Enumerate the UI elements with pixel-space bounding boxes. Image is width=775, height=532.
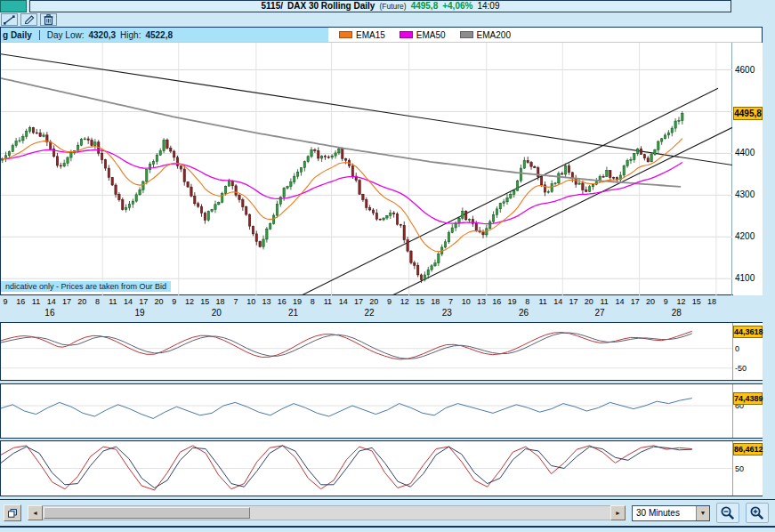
price-tick: 4600	[735, 65, 755, 75]
price-axis: 4495,8 46004400430042004100	[733, 43, 763, 295]
zoom-out-button[interactable]	[716, 503, 739, 523]
time-tick: 11	[600, 297, 608, 306]
time-tick: 9	[664, 297, 668, 306]
drawing-toolbar	[1, 13, 57, 26]
pencil-tool-button[interactable]	[20, 13, 37, 26]
window-icon	[8, 509, 17, 518]
disclaimer-note: ndicative only - Prices are taken from O…	[1, 281, 171, 292]
indicator-tick: 50	[735, 464, 744, 473]
bottom-toolbar: ◄ ► 30 Minutes ▼	[0, 499, 775, 528]
time-tick: 8	[525, 297, 529, 306]
time-tick: 9	[387, 297, 392, 306]
ema-legend: EMA15 EMA50 EMA200	[328, 28, 511, 42]
time-tick: 8	[95, 297, 100, 306]
day-high-label: High:	[120, 30, 141, 40]
instrument-name: DAX 30 Rolling Daily	[287, 2, 375, 11]
time-tick: 10	[246, 297, 255, 306]
down-caret: ▼	[700, 510, 706, 516]
time-tick: 17	[139, 297, 148, 306]
day-high-value: 4522,8	[145, 30, 173, 40]
date-label: 28	[672, 308, 682, 318]
price-tick: 4200	[735, 231, 755, 241]
price-plot-area[interactable]: ndicative only - Prices are taken from O…	[1, 43, 732, 295]
time-tick: 19	[508, 297, 517, 306]
indicator-plot-3	[1, 441, 732, 496]
ema15-label: EMA15	[356, 30, 385, 40]
date-label: 19	[134, 308, 144, 318]
time-tick: 10	[462, 297, 471, 306]
left-arrow-icon: ◄	[32, 510, 38, 516]
time-tick: 9	[172, 297, 176, 306]
date-label: 20	[212, 308, 222, 318]
indicator-tick: 0	[735, 344, 739, 353]
time-tick: 14	[339, 297, 348, 306]
ema50-swatch	[400, 31, 413, 38]
time-tick: 12	[400, 297, 409, 306]
delete-drawing-button[interactable]	[40, 13, 57, 26]
series-name: g Daily	[3, 30, 32, 40]
indicator-panel-2: 74,4389 60	[0, 383, 763, 439]
horizontal-scrollbar[interactable]: ◄ ►	[28, 505, 626, 520]
day-low-value: 4320,3	[88, 30, 116, 40]
indicator-plot-1	[1, 323, 732, 380]
time-tick: 17	[631, 297, 640, 306]
zoom-in-button[interactable]	[746, 503, 769, 523]
candlestick-chart[interactable]	[1, 43, 732, 295]
indicator-axis-2: 74,4389 60	[732, 384, 763, 438]
price-tick: 4100	[735, 273, 755, 283]
trendline-icon	[4, 15, 15, 25]
date-label: 22	[365, 308, 375, 318]
main-chart-window: g Daily Day Low: 4320,3 High: 4522,8 EMA…	[0, 27, 763, 295]
time-tick: 18	[216, 297, 225, 306]
time-tick: 16	[278, 297, 287, 306]
app-chip	[0, 0, 27, 12]
time-tick: 19	[293, 297, 302, 306]
indicator-axis-1: 44,3618 0-50	[732, 323, 763, 380]
trash-icon	[44, 14, 53, 25]
time-tick: 12	[676, 297, 685, 306]
time-tick: 16	[492, 297, 501, 306]
indicator-tick: -50	[735, 364, 747, 373]
zoom-out-icon	[720, 505, 736, 521]
quote-time: 14:09	[477, 2, 499, 11]
time-tick: 14	[553, 297, 562, 306]
ema15-swatch	[339, 31, 352, 38]
time-tick: 20	[585, 297, 593, 306]
ema50-label: EMA50	[416, 30, 446, 40]
ema200-label: EMA200	[477, 30, 511, 40]
scroll-right-button[interactable]: ►	[610, 505, 626, 520]
last-price-tag: 4495,8	[733, 107, 763, 120]
indicator-value-tag-1: 44,3618	[733, 326, 763, 338]
time-tick: 15	[692, 297, 701, 306]
price-tick: 4300	[735, 189, 755, 199]
time-axis: 9161114172081114172091215187101316198111…	[0, 296, 763, 321]
scroll-left-button[interactable]: ◄	[28, 505, 43, 520]
instrument-change: +4,06%	[442, 2, 472, 11]
time-tick: 15	[416, 297, 424, 306]
indicator-panel-1: 44,3618 0-50	[0, 322, 763, 381]
time-tick: 9	[3, 297, 7, 306]
time-tick: 20	[646, 297, 655, 306]
time-tick: 16	[16, 297, 25, 306]
restore-chart-button[interactable]	[4, 504, 21, 521]
time-tick: 11	[109, 297, 117, 306]
time-tick: 17	[569, 297, 578, 306]
instrument-title-bar: 5115/ DAX 30 Rolling Daily (Future) 4495…	[29, 0, 731, 12]
ema200-swatch	[460, 31, 473, 38]
time-tick: 14	[124, 297, 133, 306]
time-tick: 14	[47, 297, 56, 306]
interval-dropdown[interactable]: 30 Minutes ▼	[632, 505, 710, 521]
trendline-tool-button[interactable]	[1, 13, 18, 26]
time-tick: 15	[200, 297, 209, 306]
date-label: 23	[442, 308, 452, 318]
scrollbar-thumb[interactable]	[44, 507, 250, 519]
chart-header: g Daily Day Low: 4320,3 High: 4522,8 EMA…	[1, 28, 762, 43]
date-label: 21	[288, 308, 298, 318]
scrollbar-track[interactable]	[43, 505, 610, 520]
indicator-panel-3: 86,4612 10050	[0, 440, 763, 496]
date-label: 16	[44, 308, 54, 318]
time-tick: 8	[311, 297, 315, 306]
dropdown-arrow-icon[interactable]: ▼	[696, 506, 709, 520]
indicator-axis-3: 86,4612 10050	[732, 441, 763, 496]
time-tick: 7	[448, 297, 453, 306]
